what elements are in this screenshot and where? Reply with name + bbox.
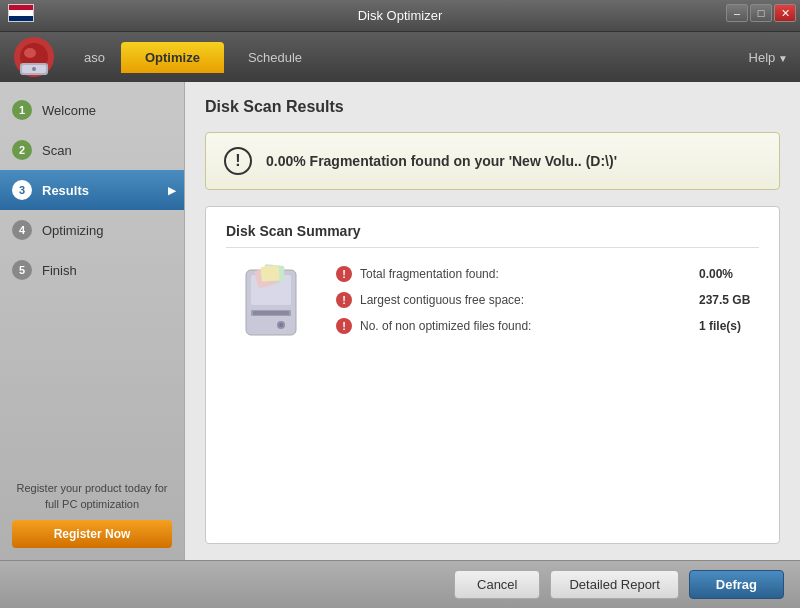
svg-point-5: [32, 67, 36, 71]
nav-bar: aso Optimize Schedule Help: [0, 32, 800, 82]
step-circle-4: 4: [12, 220, 32, 240]
sidebar-bottom: Register your product today for full PC …: [0, 469, 184, 560]
step-circle-5: 5: [12, 260, 32, 280]
stat-icon-3: !: [336, 318, 352, 334]
main-panel: Disk Scan Results ! 0.00% Fragmentation …: [185, 82, 800, 560]
nav-tabs: aso Optimize Schedule: [68, 42, 326, 73]
sidebar-item-optimizing[interactable]: 4 Optimizing: [0, 210, 184, 250]
sidebar-item-finish[interactable]: 5 Finish: [0, 250, 184, 290]
minimize-button[interactable]: –: [726, 4, 748, 22]
defrag-button[interactable]: Defrag: [689, 570, 784, 599]
alert-box: ! 0.00% Fragmentation found on your 'New…: [205, 132, 780, 190]
summary-box: Disk Scan Summary: [205, 206, 780, 544]
tab-optimize[interactable]: Optimize: [121, 42, 224, 73]
content-area: 1 Welcome 2 Scan 3 Results 4 O: [0, 82, 800, 560]
summary-stats: ! Total fragmentation found: 0.00% ! Lar…: [336, 266, 759, 344]
stat-icon-2: !: [336, 292, 352, 308]
exclamation-icon: !: [224, 147, 252, 175]
svg-rect-12: [253, 311, 289, 315]
stat-value-2: 237.5 GB: [699, 293, 759, 307]
window-controls: – □ ✕: [726, 4, 796, 22]
sidebar-label-welcome: Welcome: [42, 103, 96, 118]
detailed-report-button[interactable]: Detailed Report: [550, 570, 678, 599]
svg-point-14: [279, 323, 283, 327]
maximize-button[interactable]: □: [750, 4, 772, 22]
summary-content: ! Total fragmentation found: 0.00% ! Lar…: [226, 260, 759, 350]
stat-row-free-space: ! Largest contiguous free space: 237.5 G…: [336, 292, 759, 308]
step-circle-2: 2: [12, 140, 32, 160]
disk-graphic: [226, 260, 316, 350]
cancel-button[interactable]: Cancel: [454, 570, 540, 599]
tab-schedule[interactable]: Schedule: [224, 42, 326, 73]
stat-value-1: 0.00%: [699, 267, 759, 281]
register-text: Register your product today for full PC …: [12, 481, 172, 512]
stat-label-3: No. of non optimized files found:: [360, 319, 691, 333]
sidebar-label-finish: Finish: [42, 263, 77, 278]
nav-aso[interactable]: aso: [68, 44, 121, 71]
sidebar-item-welcome[interactable]: 1 Welcome: [0, 90, 184, 130]
stat-label-2: Largest contiguous free space:: [360, 293, 691, 307]
register-now-button[interactable]: Register Now: [12, 520, 172, 548]
sidebar: 1 Welcome 2 Scan 3 Results 4 O: [0, 82, 185, 560]
close-button[interactable]: ✕: [774, 4, 796, 22]
sidebar-item-results[interactable]: 3 Results: [0, 170, 184, 210]
stat-row-fragmentation: ! Total fragmentation found: 0.00%: [336, 266, 759, 282]
alert-text: 0.00% Fragmentation found on your 'New V…: [266, 153, 617, 169]
app-logo: [8, 35, 60, 79]
help-link[interactable]: Help: [749, 50, 788, 65]
sidebar-label-scan: Scan: [42, 143, 72, 158]
panel-title: Disk Scan Results: [205, 98, 780, 116]
stat-icon-1: !: [336, 266, 352, 282]
summary-title: Disk Scan Summary: [226, 223, 759, 248]
stat-value-3: 1 file(s): [699, 319, 759, 333]
stat-label-1: Total fragmentation found:: [360, 267, 691, 281]
bottom-bar: Cancel Detailed Report Defrag: [0, 560, 800, 608]
title-bar: Disk Optimizer – □ ✕: [0, 0, 800, 32]
sidebar-label-optimizing: Optimizing: [42, 223, 103, 238]
app-title: Disk Optimizer: [358, 8, 443, 23]
svg-point-2: [24, 48, 36, 58]
step-circle-1: 1: [12, 100, 32, 120]
stat-row-non-optimized: ! No. of non optimized files found: 1 fi…: [336, 318, 759, 334]
app-container: aso Optimize Schedule Help 1 Welcome 2: [0, 32, 800, 608]
sidebar-label-results: Results: [42, 183, 89, 198]
svg-rect-10: [260, 265, 279, 282]
flag-icon: [8, 4, 34, 22]
step-circle-3: 3: [12, 180, 32, 200]
sidebar-item-scan[interactable]: 2 Scan: [0, 130, 184, 170]
